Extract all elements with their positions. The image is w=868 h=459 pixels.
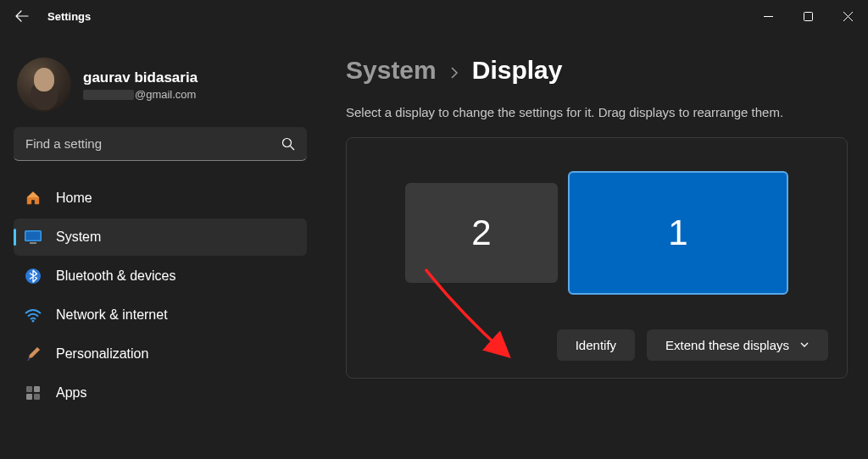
sidebar-item-apps[interactable]: Apps xyxy=(14,374,307,412)
wifi-icon xyxy=(24,306,42,324)
sidebar-item-label: System xyxy=(56,230,101,245)
home-icon xyxy=(24,189,42,207)
sidebar-item-label: Home xyxy=(56,191,92,206)
main-content: System Display Select a display to chang… xyxy=(320,32,868,459)
window-title: Settings xyxy=(47,10,91,23)
breadcrumb: System Display xyxy=(346,56,848,85)
sidebar-item-label: Bluetooth & devices xyxy=(56,268,175,284)
sidebar: gaurav bidasaria @gmail.com Home System xyxy=(0,32,320,459)
maximize-button[interactable] xyxy=(788,0,828,32)
sidebar-item-label: Apps xyxy=(56,385,86,401)
page-description: Select a display to change the settings … xyxy=(346,103,848,122)
close-button[interactable] xyxy=(828,0,868,32)
apps-icon xyxy=(24,384,42,402)
user-name: gaurav bidasaria xyxy=(83,69,198,86)
monitor-2[interactable]: 2 xyxy=(405,183,558,283)
sidebar-item-bluetooth[interactable]: Bluetooth & devices xyxy=(14,257,307,295)
panel-actions: Identify Extend these displays xyxy=(365,329,828,361)
sidebar-item-network[interactable]: Network & internet xyxy=(14,296,307,334)
minimize-icon xyxy=(764,12,773,21)
nav: Home System Bluetooth & devices Network … xyxy=(14,180,307,412)
system-icon xyxy=(24,228,42,246)
chevron-right-icon xyxy=(448,62,460,84)
sidebar-item-label: Personalization xyxy=(56,346,148,362)
sidebar-item-personalization[interactable]: Personalization xyxy=(14,335,307,373)
window-controls xyxy=(748,0,868,32)
search-icon xyxy=(281,137,295,151)
user-profile[interactable]: gaurav bidasaria @gmail.com xyxy=(14,51,307,127)
svg-rect-10 xyxy=(34,394,40,400)
svg-rect-3 xyxy=(26,232,41,241)
display-mode-dropdown[interactable]: Extend these displays xyxy=(647,329,828,361)
titlebar: Settings xyxy=(0,0,868,32)
svg-point-1 xyxy=(283,138,292,147)
sidebar-item-system[interactable]: System xyxy=(14,218,307,256)
svg-point-6 xyxy=(32,320,35,323)
sidebar-item-label: Network & internet xyxy=(56,307,168,323)
monitor-canvas[interactable]: 2 1 xyxy=(365,157,828,309)
svg-rect-9 xyxy=(26,394,32,400)
back-button[interactable] xyxy=(14,8,31,25)
monitor-1[interactable]: 1 xyxy=(568,171,788,295)
close-icon xyxy=(843,12,853,21)
svg-rect-4 xyxy=(30,242,36,244)
breadcrumb-parent[interactable]: System xyxy=(346,56,437,85)
maximize-icon xyxy=(804,12,813,21)
svg-rect-0 xyxy=(804,12,813,20)
redacted-text xyxy=(83,90,134,100)
arrow-left-icon xyxy=(15,9,29,23)
minimize-button[interactable] xyxy=(748,0,788,32)
page-title: Display xyxy=(472,56,563,85)
brush-icon xyxy=(24,345,42,363)
user-email: @gmail.com xyxy=(83,88,198,101)
avatar xyxy=(17,58,71,112)
display-arrangement-panel: 2 1 Identify Extend these displays xyxy=(346,137,848,379)
svg-rect-8 xyxy=(34,386,40,392)
bluetooth-icon xyxy=(24,267,42,285)
svg-rect-7 xyxy=(26,386,32,392)
search-input[interactable] xyxy=(25,136,281,151)
chevron-down-icon xyxy=(799,340,810,350)
search-box[interactable] xyxy=(14,127,307,161)
identify-button[interactable]: Identify xyxy=(557,329,635,361)
sidebar-item-home[interactable]: Home xyxy=(14,180,307,217)
